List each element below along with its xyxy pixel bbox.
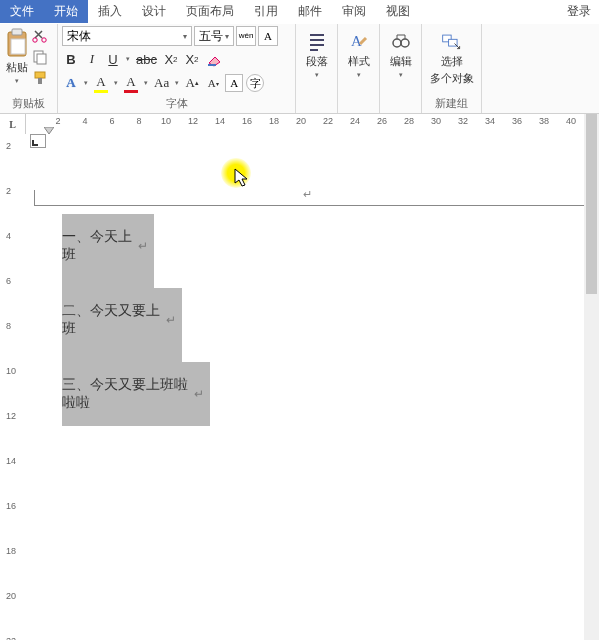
svg-rect-8 (38, 78, 42, 84)
text-line-3: 三、今天又要上班啦啦啦 (62, 376, 192, 412)
grow-font-button[interactable]: A▴ (183, 73, 201, 93)
group-select: 选择 多个对象 新建组 (422, 24, 482, 113)
group-clipboard: 粘贴 ▾ 剪贴板 (0, 24, 58, 113)
ruler-tick: 26 (377, 116, 387, 126)
font-family-select[interactable]: 宋体 ▾ (62, 26, 192, 46)
text-line-2: 二、今天又要上班 (62, 302, 164, 338)
group-label-clipboard: 剪贴板 (4, 96, 53, 112)
svg-rect-1 (12, 29, 22, 35)
vertical-ruler[interactable]: 2246810121416182022 (0, 134, 26, 640)
text-line-1: 一、今天上班 (62, 228, 136, 264)
selected-line-1[interactable]: 一、今天上班↵ (62, 214, 154, 288)
group-edit: 编辑 ▾ (380, 24, 422, 113)
bold-button[interactable]: B (62, 49, 80, 69)
tab-design[interactable]: 设计 (132, 0, 176, 23)
ruler-tick: 16 (6, 501, 16, 511)
underline-button[interactable]: U (104, 49, 122, 69)
chevron-down-icon: ▾ (183, 32, 187, 41)
ruler-tick: 22 (6, 636, 16, 640)
paragraph-label: 段落 (306, 54, 328, 69)
paste-button[interactable]: 粘贴 ▾ (4, 26, 30, 96)
font-size-value: 五号 (199, 28, 223, 45)
font-color-button[interactable]: A (122, 73, 140, 93)
select-sub-label: 多个对象 (430, 71, 474, 86)
eraser-icon (206, 51, 224, 67)
ruler-tick: 40 (566, 116, 576, 126)
login-link[interactable]: 登录 (557, 0, 599, 23)
subscript-button[interactable]: X2 (162, 49, 180, 69)
chevron-down-icon: ▾ (125, 55, 131, 63)
ruler-tick: 18 (6, 546, 16, 556)
document-body[interactable]: 一、今天上班↵ 二、今天又要上班↵ 三、今天又要上班啦啦啦↵ (62, 214, 210, 426)
copy-button[interactable] (32, 49, 48, 68)
tab-start[interactable]: 开始 (44, 0, 88, 23)
tab-references[interactable]: 引用 (244, 0, 288, 23)
tab-selector[interactable]: L (0, 114, 26, 134)
chevron-down-icon: ▾ (174, 79, 180, 87)
chevron-down-icon: ▾ (113, 79, 119, 87)
character-border-button[interactable]: A (258, 26, 278, 46)
ruler-tick: 4 (82, 116, 87, 126)
ruler-tick: 2 (6, 141, 11, 151)
italic-button[interactable]: I (83, 49, 101, 69)
chevron-down-icon: ▾ (14, 77, 20, 85)
ruler-tick: 8 (136, 116, 141, 126)
phonetic-label: wén (239, 32, 254, 40)
select-objects-icon (441, 30, 463, 52)
ruler-tick: 4 (6, 231, 11, 241)
selected-line-3[interactable]: 三、今天又要上班啦啦啦↵ (62, 362, 210, 426)
tab-layout[interactable]: 页面布局 (176, 0, 244, 23)
ruler-tick: 12 (6, 411, 16, 421)
enclose-char-button[interactable]: 字 (246, 74, 264, 92)
strikethrough-button[interactable]: abc (134, 49, 159, 69)
horizontal-ruler[interactable]: L 246810121416182022242628303234363840 (0, 114, 599, 134)
styles-icon: A (348, 30, 370, 52)
char-shading-button[interactable]: A (225, 74, 243, 92)
tab-insert[interactable]: 插入 (88, 0, 132, 23)
vertical-scrollbar[interactable] (584, 114, 599, 640)
change-case-button[interactable]: Aa (152, 73, 171, 93)
chevron-down-icon: ▾ (143, 79, 149, 87)
ruler-tick: 6 (109, 116, 114, 126)
selected-line-2[interactable]: 二、今天又要上班↵ (62, 288, 182, 362)
scissors-icon (32, 28, 48, 44)
ruler-tick: 8 (6, 321, 11, 331)
shrink-font-button[interactable]: A▾ (204, 73, 222, 93)
ruler-tick: 18 (269, 116, 279, 126)
tab-mail[interactable]: 邮件 (288, 0, 332, 23)
highlight-color-button[interactable]: A (92, 73, 110, 93)
ruler-tick: 14 (6, 456, 16, 466)
tab-file[interactable]: 文件 (0, 0, 44, 23)
ruler-tick: 30 (431, 116, 441, 126)
document-page[interactable]: ↵ 一、今天上班↵ 二、今天又要上班↵ 三、今天又要上班啦啦啦↵ (26, 134, 599, 640)
svg-rect-6 (37, 54, 46, 64)
ruler-tick: 12 (188, 116, 198, 126)
select-label: 选择 (441, 54, 463, 69)
scroll-thumb[interactable] (586, 114, 597, 294)
brush-icon (32, 70, 48, 86)
cut-button[interactable] (32, 28, 48, 47)
format-painter-button[interactable] (32, 70, 48, 89)
tab-view[interactable]: 视图 (376, 0, 420, 23)
paragraph-mark: ↵ (303, 188, 312, 201)
chevron-down-icon: ▾ (225, 32, 229, 41)
clear-format-button[interactable] (204, 49, 226, 69)
text-effects-button[interactable]: A (62, 73, 80, 93)
group-font: 宋体 ▾ 五号 ▾ wén A B I U▾ abc X2 X2 A (58, 24, 296, 113)
ruler-tick: 28 (404, 116, 414, 126)
edit-label: 编辑 (390, 54, 412, 69)
tab-review[interactable]: 审阅 (332, 0, 376, 23)
copy-icon (32, 49, 48, 65)
chevron-down-icon: ▾ (314, 71, 320, 79)
ruler-tick: 10 (6, 366, 16, 376)
ruler-tick: 36 (512, 116, 522, 126)
superscript-button[interactable]: X2 (183, 49, 201, 69)
binoculars-icon (390, 30, 412, 52)
header-boundary: ↵ (34, 190, 589, 206)
chevron-down-icon: ▾ (356, 71, 362, 79)
ruler-tick: 20 (6, 591, 16, 601)
font-size-select[interactable]: 五号 ▾ (194, 26, 234, 46)
ruler-tick: 14 (215, 116, 225, 126)
first-line-indent-marker[interactable] (44, 127, 54, 134)
phonetic-guide-button[interactable]: wén (236, 26, 256, 46)
